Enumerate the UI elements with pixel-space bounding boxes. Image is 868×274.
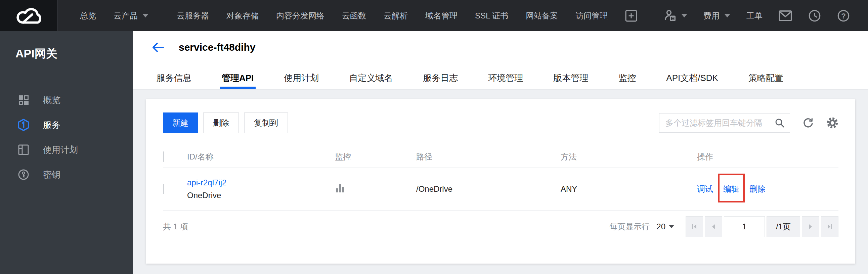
column-header-actions: 操作 [697,151,838,162]
service-hexagon-icon [17,118,30,132]
api-name: OneDrive [187,191,335,200]
tab-service-log[interactable]: 服务日志 [423,67,458,89]
row-actions: 调试 编辑 删除 [697,184,838,194]
tab-api-doc-sdk[interactable]: API文档/SDK [666,67,718,89]
nav-domain[interactable]: 域名管理 [425,10,458,21]
page-total-label: /1页 [767,216,800,237]
content-area: 新建 删除 复制到 [133,90,868,274]
mail-icon[interactable] [779,10,792,22]
api-list-card: 新建 删除 复制到 [146,99,855,264]
gear-icon[interactable] [826,117,838,129]
tab-custom-domain[interactable]: 自定义域名 [349,67,393,89]
tab-version-management[interactable]: 版本管理 [553,67,588,89]
page-header: service-ft48dihy 服务信息 管理API 使用计划 自定义域名 服… [133,31,868,90]
last-page-button[interactable] [821,216,838,237]
ticket-link[interactable]: 工单 [746,10,763,21]
title-row: service-ft48dihy [133,31,868,53]
api-id-name-cell: api-r2ql7ij2 OneDrive [187,178,335,200]
api-table: ID/名称 监控 路径 方法 操作 api-r2ql7ij2 OneDrive [163,146,838,243]
product-nav: 总览 云产品 云服务器 对象存储 内容分发网络 云函数 云解析 域名管理 SSL… [80,10,637,22]
per-page-selector: 每页显示行 20 [609,221,674,232]
nav-dns[interactable]: 云解析 [383,10,408,21]
chevron-down-icon [669,225,674,229]
sidebar-nav: 概览 服务 使用计划 密钥 [0,88,133,187]
overview-grid-icon [17,93,30,107]
tab-env-management[interactable]: 环境管理 [488,67,523,89]
pagination: /1页 [686,216,838,237]
select-all-checkbox[interactable] [163,151,164,162]
svg-text:?: ? [841,11,846,20]
clock-icon[interactable] [808,9,821,22]
api-method: ANY [561,184,697,194]
account-nav: 费用 工单 ? [664,9,868,23]
tab-manage-api[interactable]: 管理API [222,67,254,89]
total-count-text: 共 1 项 [163,221,188,232]
nav-scf[interactable]: 云函数 [342,10,366,21]
help-icon[interactable]: ? [837,9,850,22]
column-header-method: 方法 [561,151,697,162]
nav-cdn[interactable]: 内容分发网络 [276,10,324,21]
table-footer: 共 1 项 每页显示行 20 [163,211,838,243]
tab-service-info[interactable]: 服务信息 [157,67,191,89]
add-product-icon[interactable] [625,10,637,22]
column-header-path: 路径 [416,151,561,162]
nav-icp[interactable]: 网站备案 [526,10,558,21]
tab-usage-plan[interactable]: 使用计划 [284,67,319,89]
tab-monitoring[interactable]: 监控 [618,67,636,89]
delete-button[interactable]: 删除 [203,113,239,133]
key-icon [17,168,30,181]
usage-plan-icon [17,143,30,156]
bar-chart-icon[interactable] [335,182,346,194]
table-row: api-r2ql7ij2 OneDrive /OneDrive ANY 调试 [163,168,838,211]
cloud-logo-icon [13,5,44,26]
billing-menu[interactable]: 费用 [704,10,730,21]
delete-action-link[interactable]: 删除 [749,184,766,194]
table-header: ID/名称 监控 路径 方法 操作 [163,146,838,168]
tencent-cloud-logo[interactable] [0,0,58,31]
chevron-down-icon [724,14,730,18]
top-navigation-bar: 总览 云产品 云服务器 对象存储 内容分发网络 云函数 云解析 域名管理 SSL… [0,0,868,31]
nav-overview[interactable]: 总览 [80,10,96,21]
new-button[interactable]: 新建 [163,113,198,133]
chevron-down-icon [143,14,149,18]
sidebar-product-title: API网关 [0,31,133,61]
refresh-icon[interactable] [802,117,814,129]
search-icon[interactable] [774,118,785,128]
nav-cloud-products[interactable]: 云产品 [114,10,149,21]
nav-cos[interactable]: 对象存储 [226,10,259,21]
search-area [659,113,838,133]
sidebar-item-usage-plan[interactable]: 使用计划 [0,137,133,162]
column-header-monitor: 监控 [335,151,416,162]
first-page-button[interactable] [686,216,703,237]
per-page-label: 每页显示行 [609,221,650,232]
next-page-button[interactable] [802,216,819,237]
per-page-dropdown[interactable]: 20 [656,222,674,231]
sidebar-item-services[interactable]: 服务 [0,113,133,137]
page-title: service-ft48dihy [179,42,255,53]
console-screen: 总览 云产品 云服务器 对象存储 内容分发网络 云函数 云解析 域名管理 SSL… [0,0,868,274]
back-arrow-icon[interactable] [151,41,164,53]
page-number-input[interactable] [724,216,765,237]
api-path: /OneDrive [416,184,561,194]
sidebar-item-overview[interactable]: 概览 [0,88,133,113]
search-input[interactable] [665,118,774,128]
sidebar: API网关 概览 服务 使用计划 [0,31,133,274]
sidebar-item-keys[interactable]: 密钥 [0,162,133,187]
copy-to-button[interactable]: 复制到 [244,113,288,133]
prev-page-button[interactable] [705,216,722,237]
nav-ssl[interactable]: SSL 证书 [475,10,508,21]
tab-policy-config[interactable]: 策略配置 [748,67,783,89]
user-menu[interactable] [664,9,687,23]
api-id-link[interactable]: api-r2ql7ij2 [187,178,335,187]
row-checkbox[interactable] [163,184,164,194]
debug-action-link[interactable]: 调试 [697,184,713,194]
main-area: service-ft48dihy 服务信息 管理API 使用计划 自定义域名 服… [133,31,868,274]
nav-cvm[interactable]: 云服务器 [177,10,209,21]
tab-bar: 服务信息 管理API 使用计划 自定义域名 服务日志 环境管理 版本管理 监控 … [157,67,783,89]
column-header-id-name: ID/名称 [187,151,335,162]
edit-action-link[interactable]: 编辑 [723,184,739,194]
search-box [659,113,790,133]
chevron-down-icon [681,14,687,18]
user-icon [664,9,677,23]
nav-cam[interactable]: 访问管理 [576,10,608,21]
